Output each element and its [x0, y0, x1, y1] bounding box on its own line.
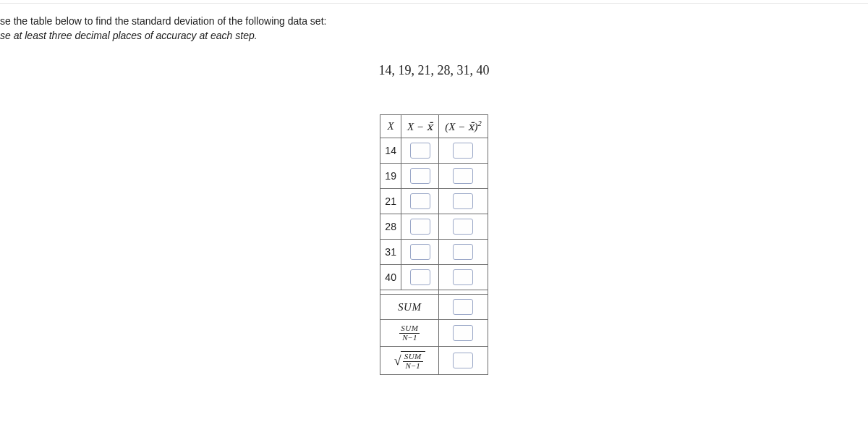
table-row: 21 [380, 189, 488, 214]
stddev-table: X X − x̄ (X − x̄)2 14 19 21 [380, 114, 488, 375]
x-value: 14 [380, 138, 401, 164]
input-diff-3[interactable] [410, 219, 430, 235]
input-diff-0[interactable] [410, 143, 430, 159]
col-header-x-minus-mean-sq: (X − x̄)2 [439, 115, 488, 138]
table-row: 19 [380, 164, 488, 189]
sum-row: SUM [380, 295, 488, 320]
question-body: se the table below to find the standard … [0, 4, 868, 375]
input-sq-2[interactable] [453, 193, 473, 209]
input-diff-1[interactable] [410, 168, 430, 184]
input-sq-5[interactable] [453, 269, 473, 285]
input-sum[interactable] [453, 299, 473, 315]
input-stddev[interactable] [453, 353, 473, 368]
x-value: 21 [380, 189, 401, 214]
input-sq-0[interactable] [453, 143, 473, 159]
sum-label-cell: SUM [380, 295, 439, 320]
input-variance[interactable] [453, 325, 473, 341]
x-value: 31 [380, 240, 401, 265]
variance-row: SUM N−1 [380, 320, 488, 347]
x-value: 19 [380, 164, 401, 189]
x-value: 40 [380, 265, 401, 290]
input-diff-4[interactable] [410, 244, 430, 260]
table-row: 31 [380, 240, 488, 265]
x-value: 28 [380, 214, 401, 240]
input-sq-3[interactable] [453, 219, 473, 235]
stddev-label-cell: √ SUM N−1 [380, 347, 439, 375]
col-header-x: X [380, 115, 401, 138]
input-diff-2[interactable] [410, 193, 430, 209]
table-row: 28 [380, 214, 488, 240]
table-row: 40 [380, 265, 488, 290]
stddev-row: √ SUM N−1 [380, 347, 488, 375]
instruction-line-1: se the table below to find the standard … [0, 15, 868, 27]
table-row: 14 [380, 138, 488, 164]
col-header-x-minus-mean: X − x̄ [401, 115, 438, 138]
dataset-values: 14, 19, 21, 28, 31, 40 [0, 63, 868, 78]
input-diff-5[interactable] [410, 269, 430, 285]
input-sq-1[interactable] [453, 168, 473, 184]
variance-label-cell: SUM N−1 [380, 320, 439, 347]
instruction-line-2: se at least three decimal places of accu… [0, 30, 868, 41]
input-sq-4[interactable] [453, 244, 473, 260]
